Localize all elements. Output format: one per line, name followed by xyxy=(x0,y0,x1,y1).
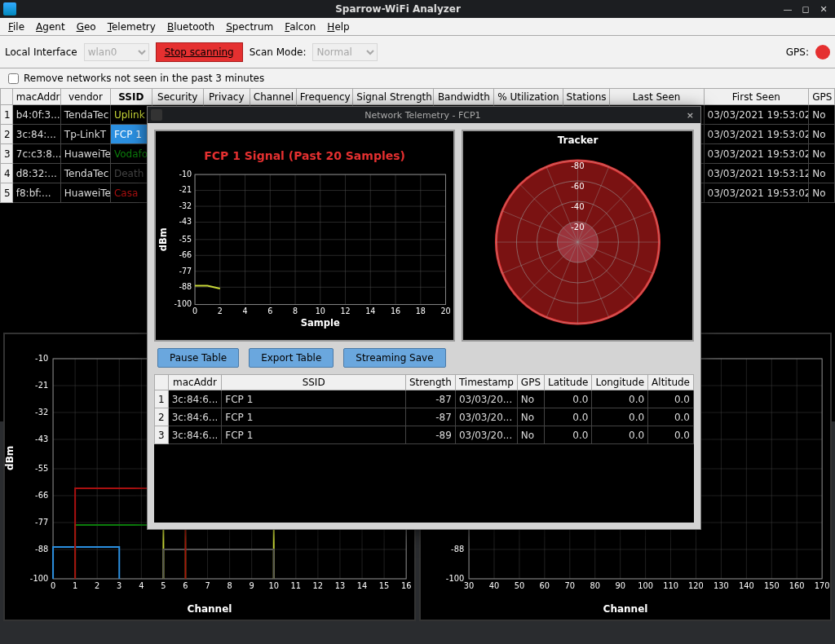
svg-text:-66: -66 xyxy=(35,491,48,500)
col-vendor[interactable]: vendor xyxy=(60,89,110,105)
menu-falcon[interactable]: Falcon xyxy=(280,20,320,34)
col-stations[interactable]: Stations xyxy=(563,89,609,105)
table-header-row: macAddr vendor SSID Security Privacy Cha… xyxy=(1,89,835,105)
svg-text:-88: -88 xyxy=(451,545,464,554)
svg-text:-77: -77 xyxy=(35,518,48,527)
svg-text:16: 16 xyxy=(401,581,412,590)
tcol-macaddr[interactable]: macAddr xyxy=(168,375,222,390)
dialog-close-icon[interactable]: × xyxy=(680,110,700,121)
minimize-button[interactable]: — xyxy=(783,4,793,14)
svg-text:dBm: dBm xyxy=(157,227,169,251)
app-icon xyxy=(3,2,16,15)
tracker-chart-title: Tracker xyxy=(558,135,599,146)
svg-text:20: 20 xyxy=(440,307,450,315)
filter-checkbox[interactable] xyxy=(8,73,19,84)
col-security[interactable]: Security xyxy=(152,89,203,105)
table-row[interactable]: 33c:84:6...FCP 1-8903/03/20...No0.00.00.… xyxy=(155,426,694,444)
tcol-lat[interactable]: Latitude xyxy=(545,375,592,390)
menu-telemetry[interactable]: Telemetry xyxy=(103,20,161,34)
tcol-gps[interactable]: GPS xyxy=(517,375,544,390)
chart-24-ylabel: dBm xyxy=(4,446,15,470)
svg-text:50: 50 xyxy=(515,581,525,590)
col-privacy[interactable]: Privacy xyxy=(203,89,250,105)
col-lastseen[interactable]: Last Seen xyxy=(609,89,704,105)
svg-text:1: 1 xyxy=(73,581,77,590)
signal-chart: -10-21-32-43-55-66-77-88-100024681012141… xyxy=(154,130,455,342)
svg-text:15: 15 xyxy=(379,581,390,590)
export-table-button[interactable]: Export Table xyxy=(249,348,334,368)
local-iface-label: Local Interface xyxy=(5,46,77,58)
menu-bluetooth[interactable]: Bluetooth xyxy=(162,20,219,34)
svg-text:14: 14 xyxy=(357,581,368,590)
filter-label: Remove networks not seen in the past 3 m… xyxy=(24,73,264,84)
svg-text:30: 30 xyxy=(464,581,475,590)
col-frequency[interactable]: Frequency xyxy=(296,89,353,105)
table-row[interactable]: 13c:84:6...FCP 1-8703/03/20...No0.00.00.… xyxy=(155,390,694,408)
tcol-ssid[interactable]: SSID xyxy=(222,375,406,390)
svg-text:140: 140 xyxy=(739,581,754,590)
menu-agent[interactable]: Agent xyxy=(31,20,70,34)
svg-text:13: 13 xyxy=(335,581,346,590)
col-channel[interactable]: Channel xyxy=(250,89,296,105)
svg-text:-21: -21 xyxy=(179,185,192,194)
pause-table-button[interactable]: Pause Table xyxy=(157,348,239,368)
col-gps[interactable]: GPS xyxy=(809,89,835,105)
svg-text:12: 12 xyxy=(313,581,324,590)
gps-status-icon xyxy=(815,45,830,60)
svg-text:-80: -80 xyxy=(571,161,584,170)
svg-text:-88: -88 xyxy=(35,545,48,554)
svg-text:130: 130 xyxy=(714,581,729,590)
menubar: File Agent Geo Telemetry Bluetooth Spect… xyxy=(0,18,835,36)
menu-geo[interactable]: Geo xyxy=(72,20,101,34)
col-firstseen[interactable]: First Seen xyxy=(704,89,809,105)
maximize-button[interactable]: ◻ xyxy=(801,4,811,14)
col-macaddr[interactable]: macAddr xyxy=(12,89,60,105)
svg-text:0: 0 xyxy=(51,581,55,590)
tcol-strength[interactable]: Strength xyxy=(405,375,455,390)
tcol-alt[interactable]: Altitude xyxy=(648,375,694,390)
svg-text:-55: -55 xyxy=(35,464,48,473)
svg-text:4: 4 xyxy=(242,307,247,315)
tcol-timestamp[interactable]: Timestamp xyxy=(455,375,517,390)
svg-text:-32: -32 xyxy=(179,201,192,210)
telemetry-dialog: Network Telemetry - FCP1 × -10-21-32-43-… xyxy=(147,106,701,530)
menu-spectrum[interactable]: Spectrum xyxy=(221,20,278,34)
svg-text:-100: -100 xyxy=(446,574,464,583)
signal-chart-title: FCP 1 Signal (Past 20 Samples) xyxy=(204,149,405,162)
close-button[interactable]: ✕ xyxy=(819,4,828,14)
window-title: Sparrow-WiFi Analyzer xyxy=(20,3,776,15)
telemetry-table: macAddr SSID Strength Timestamp GPS Lati… xyxy=(154,374,694,523)
menu-file[interactable]: File xyxy=(3,20,29,34)
svg-text:6: 6 xyxy=(183,581,188,590)
col-util[interactable]: % Utilization xyxy=(494,89,563,105)
svg-text:-40: -40 xyxy=(571,202,584,211)
svg-text:-100: -100 xyxy=(30,574,48,583)
col-ssid[interactable]: SSID xyxy=(110,89,152,105)
svg-text:-32: -32 xyxy=(35,408,48,417)
svg-text:80: 80 xyxy=(590,581,600,590)
svg-text:100: 100 xyxy=(638,581,653,590)
menu-help[interactable]: Help xyxy=(322,20,354,34)
svg-text:8: 8 xyxy=(227,581,232,590)
gps-label: GPS: xyxy=(786,46,809,58)
svg-text:70: 70 xyxy=(565,581,576,590)
svg-text:6: 6 xyxy=(267,307,272,315)
col-bandwidth[interactable]: Bandwidth xyxy=(434,89,494,105)
svg-text:Sample: Sample xyxy=(301,317,340,329)
toolbar: Local Interface wlan0 Stop scanning Scan… xyxy=(0,36,835,68)
dialog-titlebar: Network Telemetry - FCP1 × xyxy=(148,107,700,123)
svg-text:-60: -60 xyxy=(571,182,584,191)
svg-text:120: 120 xyxy=(688,581,704,590)
scanmode-select[interactable]: Normal xyxy=(312,43,378,61)
col-signal[interactable]: Signal Strength xyxy=(353,89,434,105)
streaming-save-button[interactable]: Streaming Save xyxy=(343,348,445,368)
local-iface-select[interactable]: wlan0 xyxy=(84,43,149,61)
scan-button[interactable]: Stop scanning xyxy=(156,42,243,62)
tcol-lon[interactable]: Longitude xyxy=(592,375,648,390)
svg-text:0: 0 xyxy=(192,307,197,315)
svg-text:-88: -88 xyxy=(179,282,192,291)
dialog-app-icon xyxy=(151,109,162,121)
table-row[interactable]: 23c:84:6...FCP 1-8703/03/20...No0.00.00.… xyxy=(155,408,694,426)
svg-text:5: 5 xyxy=(161,581,166,590)
svg-text:150: 150 xyxy=(764,581,780,590)
